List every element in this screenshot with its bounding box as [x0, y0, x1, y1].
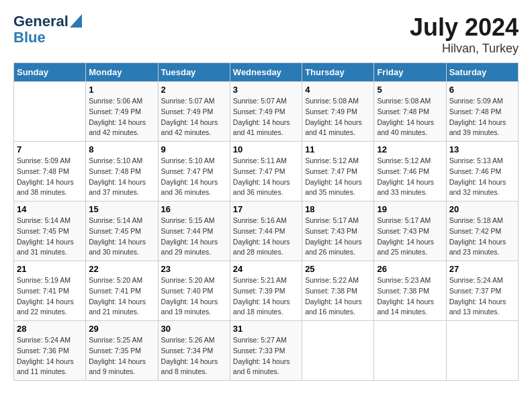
day-info: Sunrise: 5:20 AMSunset: 7:40 PMDaylight:… — [161, 275, 227, 318]
day-number: 23 — [161, 264, 227, 274]
day-number: 20 — [449, 204, 515, 214]
day-cell: 16 Sunrise: 5:15 AMSunset: 7:44 PMDaylig… — [158, 201, 230, 261]
day-info: Sunrise: 5:09 AMSunset: 7:48 PMDaylight:… — [449, 96, 515, 138]
day-cell: 22 Sunrise: 5:20 AMSunset: 7:41 PMDaylig… — [86, 261, 158, 321]
day-cell: 2 Sunrise: 5:07 AMSunset: 7:49 PMDayligh… — [158, 82, 230, 142]
day-info: Sunrise: 5:24 AMSunset: 7:37 PMDaylight:… — [449, 275, 515, 318]
logo-text-line2: Blue — [13, 30, 46, 46]
day-info: Sunrise: 5:07 AMSunset: 7:49 PMDaylight:… — [161, 96, 227, 138]
day-info: Sunrise: 5:14 AMSunset: 7:45 PMDaylight:… — [17, 216, 83, 258]
day-cell: 20 Sunrise: 5:18 AMSunset: 7:42 PMDaylig… — [446, 201, 518, 261]
day-number: 26 — [377, 264, 443, 274]
day-cell: 24 Sunrise: 5:21 AMSunset: 7:39 PMDaylig… — [230, 261, 302, 321]
header-day-wednesday: Wednesday — [230, 63, 302, 82]
day-number: 7 — [17, 144, 83, 154]
day-cell: 30 Sunrise: 5:26 AMSunset: 7:34 PMDaylig… — [158, 321, 230, 381]
day-number: 13 — [449, 144, 515, 154]
day-number: 9 — [161, 144, 227, 154]
day-cell: 4 Sunrise: 5:08 AMSunset: 7:49 PMDayligh… — [302, 82, 374, 142]
day-info: Sunrise: 5:09 AMSunset: 7:48 PMDaylight:… — [17, 156, 83, 198]
day-number: 4 — [305, 85, 371, 95]
calendar-header-row: SundayMondayTuesdayWednesdayThursdayFrid… — [14, 63, 519, 82]
day-info: Sunrise: 5:10 AMSunset: 7:48 PMDaylight:… — [89, 156, 154, 198]
day-cell: 19 Sunrise: 5:17 AMSunset: 7:43 PMDaylig… — [374, 201, 446, 261]
logo: General Blue — [13, 13, 82, 46]
day-number: 15 — [89, 204, 154, 214]
day-cell — [14, 82, 86, 142]
day-cell: 26 Sunrise: 5:23 AMSunset: 7:38 PMDaylig… — [374, 261, 446, 321]
header-day-thursday: Thursday — [302, 63, 374, 82]
day-info: Sunrise: 5:14 AMSunset: 7:45 PMDaylight:… — [89, 216, 154, 258]
day-info: Sunrise: 5:17 AMSunset: 7:43 PMDaylight:… — [377, 216, 443, 258]
day-cell: 8 Sunrise: 5:10 AMSunset: 7:48 PMDayligh… — [86, 142, 158, 201]
day-info: Sunrise: 5:20 AMSunset: 7:41 PMDaylight:… — [89, 275, 154, 318]
day-number: 3 — [233, 85, 299, 95]
day-number: 29 — [89, 324, 154, 334]
location: Hilvan, Turkey — [410, 42, 519, 56]
day-number: 2 — [161, 85, 227, 95]
day-cell: 21 Sunrise: 5:19 AMSunset: 7:41 PMDaylig… — [14, 261, 86, 321]
day-cell: 12 Sunrise: 5:12 AMSunset: 7:46 PMDaylig… — [374, 142, 446, 201]
calendar-table: SundayMondayTuesdayWednesdayThursdayFrid… — [13, 62, 519, 381]
header-day-friday: Friday — [374, 63, 446, 82]
day-cell: 6 Sunrise: 5:09 AMSunset: 7:48 PMDayligh… — [446, 82, 518, 142]
day-cell — [446, 321, 518, 381]
logo-triangle-icon — [70, 14, 82, 28]
day-number: 17 — [233, 204, 299, 214]
day-info: Sunrise: 5:08 AMSunset: 7:49 PMDaylight:… — [305, 96, 371, 138]
day-cell: 31 Sunrise: 5:27 AMSunset: 7:33 PMDaylig… — [230, 321, 302, 381]
day-cell: 14 Sunrise: 5:14 AMSunset: 7:45 PMDaylig… — [14, 201, 86, 261]
day-number: 18 — [305, 204, 371, 214]
week-row-3: 14 Sunrise: 5:14 AMSunset: 7:45 PMDaylig… — [14, 201, 519, 261]
day-info: Sunrise: 5:24 AMSunset: 7:36 PMDaylight:… — [17, 335, 83, 377]
svg-marker-0 — [70, 14, 82, 28]
week-row-4: 21 Sunrise: 5:19 AMSunset: 7:41 PMDaylig… — [14, 261, 519, 321]
day-info: Sunrise: 5:13 AMSunset: 7:46 PMDaylight:… — [449, 156, 515, 198]
day-number: 6 — [449, 85, 515, 95]
day-cell: 7 Sunrise: 5:09 AMSunset: 7:48 PMDayligh… — [14, 142, 86, 201]
day-number: 27 — [449, 264, 515, 274]
title-area: July 2024 Hilvan, Turkey — [410, 13, 519, 56]
day-cell: 3 Sunrise: 5:07 AMSunset: 7:49 PMDayligh… — [230, 82, 302, 142]
week-row-1: 1 Sunrise: 5:06 AMSunset: 7:49 PMDayligh… — [14, 82, 519, 142]
day-info: Sunrise: 5:11 AMSunset: 7:47 PMDaylight:… — [233, 156, 299, 198]
day-number: 19 — [377, 204, 443, 214]
day-number: 8 — [89, 144, 154, 154]
day-info: Sunrise: 5:19 AMSunset: 7:41 PMDaylight:… — [17, 275, 83, 318]
logo-text-line1: General — [13, 13, 69, 30]
page-header: General Blue July 2024 Hilvan, Turkey — [13, 13, 519, 56]
day-info: Sunrise: 5:26 AMSunset: 7:34 PMDaylight:… — [161, 335, 227, 377]
day-cell: 28 Sunrise: 5:24 AMSunset: 7:36 PMDaylig… — [14, 321, 86, 381]
day-info: Sunrise: 5:21 AMSunset: 7:39 PMDaylight:… — [233, 275, 299, 318]
day-info: Sunrise: 5:07 AMSunset: 7:49 PMDaylight:… — [233, 96, 299, 138]
day-info: Sunrise: 5:18 AMSunset: 7:42 PMDaylight:… — [449, 216, 515, 258]
day-cell: 23 Sunrise: 5:20 AMSunset: 7:40 PMDaylig… — [158, 261, 230, 321]
day-number: 5 — [377, 85, 443, 95]
day-info: Sunrise: 5:08 AMSunset: 7:48 PMDaylight:… — [377, 96, 443, 138]
day-number: 14 — [17, 204, 83, 214]
day-info: Sunrise: 5:10 AMSunset: 7:47 PMDaylight:… — [161, 156, 227, 198]
day-info: Sunrise: 5:22 AMSunset: 7:38 PMDaylight:… — [305, 275, 371, 318]
day-info: Sunrise: 5:16 AMSunset: 7:44 PMDaylight:… — [233, 216, 299, 258]
day-number: 10 — [233, 144, 299, 154]
day-number: 12 — [377, 144, 443, 154]
week-row-5: 28 Sunrise: 5:24 AMSunset: 7:36 PMDaylig… — [14, 321, 519, 381]
day-info: Sunrise: 5:12 AMSunset: 7:46 PMDaylight:… — [377, 156, 443, 198]
day-number: 1 — [89, 85, 154, 95]
day-number: 28 — [17, 324, 83, 334]
day-info: Sunrise: 5:06 AMSunset: 7:49 PMDaylight:… — [89, 96, 154, 138]
day-number: 24 — [233, 264, 299, 274]
header-day-saturday: Saturday — [446, 63, 518, 82]
header-day-sunday: Sunday — [14, 63, 86, 82]
day-number: 21 — [17, 264, 83, 274]
day-cell: 11 Sunrise: 5:12 AMSunset: 7:47 PMDaylig… — [302, 142, 374, 201]
day-info: Sunrise: 5:17 AMSunset: 7:43 PMDaylight:… — [305, 216, 371, 258]
day-cell: 15 Sunrise: 5:14 AMSunset: 7:45 PMDaylig… — [86, 201, 158, 261]
day-number: 11 — [305, 144, 371, 154]
day-cell: 29 Sunrise: 5:25 AMSunset: 7:35 PMDaylig… — [86, 321, 158, 381]
day-info: Sunrise: 5:27 AMSunset: 7:33 PMDaylight:… — [233, 335, 299, 377]
day-cell: 9 Sunrise: 5:10 AMSunset: 7:47 PMDayligh… — [158, 142, 230, 201]
day-number: 25 — [305, 264, 371, 274]
day-cell: 18 Sunrise: 5:17 AMSunset: 7:43 PMDaylig… — [302, 201, 374, 261]
header-day-monday: Monday — [86, 63, 158, 82]
